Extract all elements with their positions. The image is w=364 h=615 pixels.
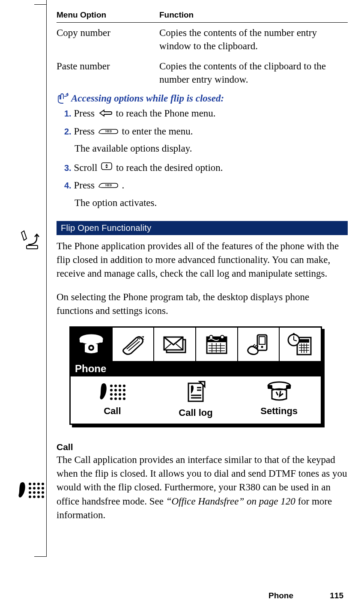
svg-point-29 xyxy=(209,335,213,339)
svg-point-39 xyxy=(261,346,263,348)
table-header-option: Menu Option xyxy=(57,9,159,23)
svg-point-3 xyxy=(37,483,40,485)
fn-label: Call log xyxy=(154,407,238,418)
paragraph: On selecting the Phone program tab, the … xyxy=(57,290,348,318)
step-item: 3. Scroll to reach the desired option. xyxy=(64,160,348,176)
step-text: Press xyxy=(74,126,97,137)
call-body-ref: “Office Handsfree” on page 120 xyxy=(166,496,295,507)
margin-rule xyxy=(46,0,47,557)
hand-tip-icon xyxy=(57,93,69,104)
svg-rect-38 xyxy=(259,337,265,344)
step-result: The option activates. xyxy=(75,196,348,210)
paragraph: The Call application provides an interfa… xyxy=(57,453,348,522)
step-number: 3. xyxy=(64,163,72,173)
table-row: Paste number Copies the contents of the … xyxy=(57,56,348,90)
cell-function: Copies the contents of the clipboard to … xyxy=(159,56,348,90)
svg-text:YES: YES xyxy=(105,183,112,187)
tab-contacts: A-Z xyxy=(113,328,155,361)
step-item: 2. Press YES to enter the menu. xyxy=(64,124,348,140)
fn-label: Call xyxy=(71,406,154,417)
svg-point-8 xyxy=(42,487,44,490)
svg-point-53 xyxy=(114,385,117,387)
svg-point-7 xyxy=(37,487,40,490)
svg-point-65 xyxy=(114,397,117,400)
tab-calendar xyxy=(196,328,238,361)
svg-point-52 xyxy=(110,385,113,387)
tab-row: A-Z xyxy=(71,328,321,361)
svg-point-54 xyxy=(119,385,121,387)
scroll-key-icon xyxy=(101,161,113,176)
svg-point-2 xyxy=(33,483,36,485)
footer-section: Phone xyxy=(269,591,293,600)
step-text: Press xyxy=(74,108,97,119)
step-number: 4. xyxy=(64,181,72,190)
tab-phone xyxy=(71,328,113,361)
svg-point-30 xyxy=(221,335,224,339)
fn-call-log: Call log xyxy=(154,381,238,418)
svg-point-59 xyxy=(123,389,125,391)
svg-point-55 xyxy=(123,385,125,387)
table-row: Copy number Copies the contents of the n… xyxy=(57,23,348,57)
svg-text:A-Z: A-Z xyxy=(137,336,144,340)
calendar-icon xyxy=(203,333,231,356)
svg-point-23 xyxy=(90,346,92,349)
svg-point-57 xyxy=(114,389,117,391)
stylus-flip-icon xyxy=(18,230,42,252)
svg-point-9 xyxy=(29,491,31,494)
svg-point-15 xyxy=(37,496,40,498)
yes-key-icon: YES xyxy=(98,179,119,194)
call-icon xyxy=(98,381,126,402)
desktop-illustration: A-Z xyxy=(69,326,322,425)
tip-heading-text: Accessing options while flip is closed: xyxy=(71,93,224,104)
section-heading-bar: Flip Open Functionality xyxy=(57,221,348,235)
table-header-function: Function xyxy=(159,9,348,23)
fn-settings: Settings xyxy=(237,381,321,417)
phone-icon xyxy=(76,332,106,356)
svg-point-60 xyxy=(110,393,113,396)
margin-tick xyxy=(34,556,46,557)
subsection-heading: Call xyxy=(57,442,348,452)
left-arrow-key-icon xyxy=(98,107,113,122)
svg-point-1 xyxy=(29,483,31,485)
margin-tick xyxy=(34,4,46,5)
dialpad-phone-icon xyxy=(18,480,45,503)
step-text: to reach the Phone menu. xyxy=(116,108,216,119)
page-footer: Phone 115 xyxy=(269,591,343,600)
svg-point-13 xyxy=(29,496,31,498)
svg-point-10 xyxy=(33,491,36,494)
address-book-icon: A-Z xyxy=(119,333,147,356)
svg-point-66 xyxy=(119,397,121,400)
tab-extras xyxy=(280,328,321,361)
svg-point-12 xyxy=(42,491,44,494)
step-text: . xyxy=(122,180,125,191)
settings-phone-icon xyxy=(265,381,293,402)
tab-internet xyxy=(238,328,280,361)
step-result: The available options display. xyxy=(75,141,348,155)
fn-call: Call xyxy=(71,381,154,417)
svg-point-11 xyxy=(37,491,40,494)
call-log-icon xyxy=(184,381,207,404)
svg-rect-74 xyxy=(286,385,291,389)
step-text: to enter the menu. xyxy=(122,126,193,137)
svg-text:YES: YES xyxy=(105,129,112,133)
step-number: 1. xyxy=(64,109,72,118)
menu-options-table: Menu Option Function Copy number Copies … xyxy=(57,9,348,90)
svg-point-16 xyxy=(42,496,44,498)
svg-point-14 xyxy=(33,496,36,498)
step-item: 4. Press YES . xyxy=(64,178,348,194)
cell-option: Paste number xyxy=(57,56,159,90)
svg-rect-73 xyxy=(268,385,272,389)
clock-calc-icon xyxy=(286,332,314,356)
tip-heading: Accessing options while flip is closed: xyxy=(57,93,348,104)
svg-point-5 xyxy=(29,487,31,490)
svg-rect-0 xyxy=(27,245,38,249)
step-item: 1. Press to reach the Phone menu. xyxy=(64,106,348,122)
svg-rect-21 xyxy=(98,338,103,343)
step-text: to reach the desired option. xyxy=(116,162,223,173)
cell-function: Copies the contents of the number entry … xyxy=(159,23,348,57)
svg-point-51 xyxy=(293,333,295,335)
svg-point-63 xyxy=(123,393,125,396)
paragraph: The Phone application provides all of th… xyxy=(57,239,348,281)
svg-rect-41 xyxy=(299,339,309,343)
step-number: 2. xyxy=(64,127,72,136)
